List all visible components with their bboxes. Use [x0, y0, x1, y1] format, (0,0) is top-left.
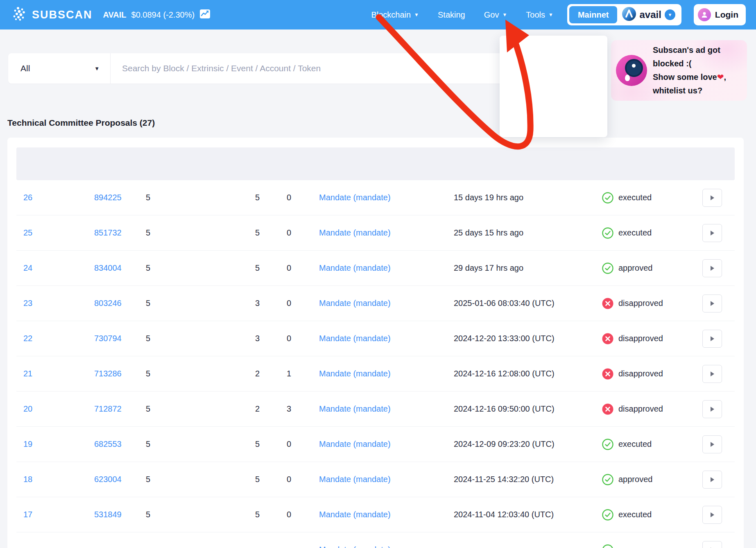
- chevron-down-icon: ▼: [94, 66, 100, 71]
- proposal-id-link[interactable]: 25: [23, 228, 32, 237]
- token-price: $0.0894 (-2.30%): [131, 10, 195, 20]
- network-name: avail: [639, 9, 661, 20]
- action-link[interactable]: Mandate (mandate): [319, 299, 391, 308]
- gov-menu-item[interactable]: [500, 63, 607, 86]
- subscan-dots-icon: [12, 6, 28, 23]
- mainnet-button[interactable]: Mainnet: [569, 6, 618, 23]
- nav-item-blockchain[interactable]: Blockchain ▼: [371, 10, 419, 20]
- aye-count: 2: [255, 404, 287, 414]
- expand-row-button[interactable]: [702, 365, 722, 383]
- action-link[interactable]: Mandate (mandate): [319, 545, 391, 548]
- nay-count: 0: [287, 510, 319, 519]
- action-link[interactable]: Mandate (mandate): [319, 193, 391, 202]
- proposal-id-link[interactable]: 26: [23, 193, 32, 202]
- expand-row-button[interactable]: [702, 224, 722, 242]
- expand-row-button[interactable]: [702, 330, 722, 348]
- heart-icon: ❤: [717, 72, 724, 82]
- time-value: 25 days 15 hrs ago: [454, 228, 602, 238]
- action-link[interactable]: Mandate (mandate): [319, 404, 391, 413]
- table-row: 24 834004 5 5 0 Mandate (mandate) 29 day…: [16, 251, 735, 286]
- subscan-logo[interactable]: SUBSCAN: [12, 6, 93, 23]
- time-value: 15 days 19 hrs ago: [454, 193, 602, 202]
- proposal-id-link[interactable]: 24: [23, 263, 32, 272]
- table-header-row: [16, 147, 735, 180]
- block-link[interactable]: 894225: [94, 193, 122, 202]
- block-link[interactable]: 712872: [94, 404, 122, 413]
- proposal-id-link[interactable]: 20: [23, 404, 32, 413]
- member-threshold: 5: [146, 299, 255, 308]
- network-switcher: Mainnet avail ▼: [567, 4, 681, 25]
- block-link[interactable]: 623004: [94, 475, 122, 484]
- proposal-id-link[interactable]: 18: [23, 475, 32, 484]
- subscan-sad-logo-icon: [616, 55, 647, 86]
- time-value: 2024-12-09 09:23:20 (UTC): [454, 439, 602, 449]
- table-row: 26 894225 5 5 0 Mandate (mandate) 15 day…: [16, 180, 735, 215]
- member-threshold: 5: [146, 510, 255, 519]
- nav-item-staking[interactable]: Staking ▼: [438, 10, 465, 20]
- expand-row-button[interactable]: [702, 541, 722, 548]
- action-link[interactable]: Mandate (mandate): [319, 334, 391, 343]
- status-text: disapproved: [618, 369, 663, 378]
- gov-menu-item[interactable]: [500, 109, 607, 132]
- action-link[interactable]: Mandate (mandate): [319, 510, 391, 519]
- gov-menu-item[interactable]: [500, 86, 607, 109]
- page-title: Technical Committee Proposals (27): [7, 118, 756, 128]
- table-body: 26 894225 5 5 0 Mandate (mandate) 15 day…: [16, 180, 735, 548]
- proposal-id-link[interactable]: 19: [23, 439, 32, 448]
- gov-menu-item[interactable]: [500, 41, 607, 63]
- nav-item-gov[interactable]: Gov ▼: [484, 10, 507, 20]
- block-link[interactable]: 730794: [94, 334, 122, 343]
- expand-row-button[interactable]: [702, 259, 722, 277]
- chevron-down-icon[interactable]: ▼: [665, 9, 675, 20]
- ad-line2: Show some love❤, whitelist us?: [653, 70, 747, 97]
- status-text: disapproved: [618, 334, 663, 343]
- block-link[interactable]: 803246: [94, 299, 122, 308]
- expand-row-button[interactable]: [702, 400, 722, 418]
- status-text: disapproved: [618, 299, 663, 308]
- table-row: 17 531849 5 5 0 Mandate (mandate) 2024-1…: [16, 497, 735, 532]
- expand-row-button[interactable]: [702, 471, 722, 489]
- chevron-down-icon: ▼: [502, 12, 507, 17]
- price-chart-icon[interactable]: [199, 9, 211, 20]
- expand-row-button[interactable]: [702, 506, 722, 524]
- block-link[interactable]: 713286: [94, 369, 122, 378]
- aye-count: 5: [255, 263, 287, 273]
- block-link[interactable]: 531849: [94, 510, 122, 519]
- expand-row-button[interactable]: [702, 189, 722, 207]
- aye-count: 5: [255, 193, 287, 202]
- nay-count: 3: [287, 404, 319, 414]
- action-link[interactable]: Mandate (mandate): [319, 369, 391, 378]
- status-badge: disapproved: [602, 298, 702, 309]
- action-link[interactable]: Mandate (mandate): [319, 439, 391, 448]
- time-value: 2024-12-16 09:50:00 (UTC): [454, 404, 602, 414]
- proposal-id-link[interactable]: 21: [23, 369, 32, 378]
- nav-item-tools[interactable]: Tools ▼: [526, 10, 553, 20]
- status-badge: approved: [602, 263, 702, 274]
- expand-row-button[interactable]: [702, 435, 722, 453]
- login-button[interactable]: Login: [694, 4, 746, 25]
- time-value: 2024-12-20 13:33:00 (UTC): [454, 334, 602, 343]
- ad-banner[interactable]: Subscan's ad got blocked :( Show some lo…: [611, 40, 747, 101]
- block-link[interactable]: 834004: [94, 263, 122, 272]
- network-select[interactable]: avail ▼: [622, 7, 679, 23]
- nay-count: 0: [287, 334, 319, 343]
- proposal-id-link[interactable]: 23: [23, 299, 32, 308]
- nay-count: 0: [287, 228, 319, 238]
- proposal-id-link[interactable]: 22: [23, 334, 32, 343]
- search-filter-select[interactable]: All ▼: [8, 53, 111, 84]
- nay-count: 0: [287, 263, 319, 273]
- block-link[interactable]: 682553: [94, 439, 122, 448]
- table-row: 22 730794 5 3 0 Mandate (mandate) 2024-1…: [16, 321, 735, 356]
- expand-row-button[interactable]: [702, 294, 722, 312]
- token-name: AVAIL: [103, 10, 127, 20]
- chevron-down-icon: ▼: [548, 12, 553, 17]
- action-link[interactable]: Mandate (mandate): [319, 228, 391, 237]
- main-nav: Blockchain ▼ Staking ▼ Gov ▼ Tools ▼: [371, 10, 553, 20]
- proposal-id-link[interactable]: 17: [23, 510, 32, 519]
- action-link[interactable]: Mandate (mandate): [319, 475, 391, 484]
- action-link[interactable]: Mandate (mandate): [319, 263, 391, 272]
- status-badge: executed: [602, 509, 702, 521]
- aye-count: 5: [255, 228, 287, 238]
- block-link[interactable]: 851732: [94, 228, 122, 237]
- nay-count: 1: [287, 369, 319, 378]
